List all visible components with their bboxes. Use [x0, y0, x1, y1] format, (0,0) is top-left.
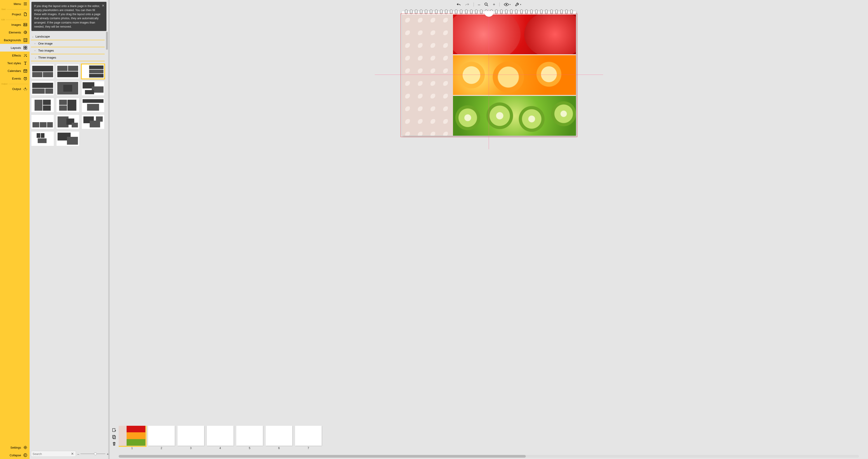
svg-rect-65: [67, 137, 78, 145]
chevron-right-icon: ›: [35, 49, 37, 52]
zoom-out-button[interactable]: –: [77, 452, 79, 456]
calendar-icon: 31: [23, 69, 27, 73]
filmstrip-page[interactable]: 7: [295, 426, 322, 450]
search-input[interactable]: [33, 452, 70, 456]
sidebar-item-collapse[interactable]: Collapse: [0, 451, 30, 459]
tools-menu[interactable]: ▾: [514, 1, 522, 8]
svg-text:31: 31: [25, 71, 26, 72]
layout-thumb[interactable]: [31, 131, 54, 146]
svg-rect-26: [32, 83, 53, 88]
svg-rect-38: [43, 99, 51, 105]
guide-vertical[interactable]: [489, 9, 489, 149]
close-icon[interactable]: ✕: [102, 3, 105, 8]
wand-icon: [23, 53, 27, 57]
layout-thumb[interactable]: [31, 81, 54, 95]
accordion-one-image[interactable]: › One image: [31, 40, 105, 47]
redo-button[interactable]: [464, 2, 470, 7]
filmstrip-pages: 1 2 3 4 5 6 7: [119, 426, 865, 451]
panel-scrollbar[interactable]: [106, 32, 108, 50]
filmstrip-page[interactable]: 4: [207, 426, 234, 450]
filmstrip-scrollbar[interactable]: [119, 455, 859, 458]
layout-thumb[interactable]: [82, 98, 104, 112]
svg-rect-43: [68, 99, 76, 111]
selection-outline: [401, 13, 577, 137]
sidebar-item-backgrounds[interactable]: Backgrounds: [0, 36, 30, 44]
chevron-down-icon: ⌄: [32, 35, 34, 38]
svg-rect-41: [59, 99, 67, 105]
sidebar-item-effects[interactable]: Effects: [0, 52, 30, 59]
sidebar-item-text-styles[interactable]: Text styles: [0, 59, 30, 67]
thumb-zoom: – +: [77, 452, 109, 456]
svg-rect-61: [41, 133, 44, 138]
svg-rect-28: [45, 88, 53, 94]
svg-point-11: [25, 447, 26, 448]
accordion-three-images[interactable]: ⌄ Three images: [31, 54, 105, 61]
sidebar-item-events[interactable]: Events: [0, 74, 30, 82]
guide-horizontal[interactable]: [375, 74, 603, 75]
svg-rect-23: [89, 70, 103, 73]
accordion-landscape[interactable]: ⌄ Landscape: [31, 33, 105, 40]
filmstrip-page[interactable]: 2: [148, 426, 175, 450]
zoom-slider[interactable]: [81, 454, 105, 454]
delete-page-button[interactable]: [112, 441, 116, 446]
filmstrip-page[interactable]: 3: [178, 426, 204, 450]
sidebar-item-output[interactable]: Output: [0, 85, 30, 93]
menu-label: Menu: [13, 2, 21, 6]
menu-button[interactable]: Menu: [0, 0, 30, 8]
canvas[interactable]: [110, 9, 868, 424]
clear-icon[interactable]: ✕: [70, 452, 74, 456]
svg-rect-58: [96, 117, 103, 122]
zoom-fit-button[interactable]: [483, 1, 490, 8]
zoom-in-button[interactable]: +: [107, 452, 109, 456]
svg-rect-70: [113, 436, 116, 439]
text-icon: [23, 61, 27, 65]
svg-rect-4: [24, 46, 25, 48]
section-output: Output: [0, 82, 30, 85]
layout-thumb[interactable]: [31, 98, 54, 112]
svg-rect-69: [113, 435, 115, 438]
undo-button[interactable]: [456, 2, 462, 7]
page-filmstrip: 1 2 3 4 5 6 7: [110, 424, 868, 455]
section-edit: Edit: [0, 18, 30, 21]
layout-thumb[interactable]: [31, 64, 54, 79]
duplicate-page-button[interactable]: [112, 435, 116, 439]
sidebar-item-layouts[interactable]: Layouts: [0, 44, 30, 52]
elements-icon: [23, 30, 27, 34]
chevron-right-icon: ›: [35, 42, 37, 45]
svg-rect-35: [85, 90, 94, 94]
layout-thumb[interactable]: [57, 98, 79, 112]
filmstrip-page[interactable]: 5: [236, 426, 263, 450]
zoom-in-button[interactable]: +: [492, 1, 496, 8]
accordion-two-images[interactable]: › Two images: [31, 47, 105, 54]
clock-icon: [23, 76, 27, 81]
add-page-button[interactable]: [112, 428, 116, 433]
filmstrip-page[interactable]: 6: [266, 426, 292, 450]
svg-rect-60: [37, 133, 40, 138]
svg-rect-54: [72, 123, 78, 127]
panel-footer: ✕ – +: [30, 450, 108, 459]
layout-thumb[interactable]: [31, 115, 54, 129]
layout-thumb[interactable]: [57, 131, 79, 146]
layout-thumb[interactable]: [57, 115, 79, 129]
view-menu[interactable]: ▾: [503, 2, 512, 7]
sidebar-item-settings[interactable]: Settings: [0, 443, 30, 451]
layout-thumb-selected[interactable]: [82, 64, 104, 79]
export-icon: [23, 87, 27, 91]
svg-rect-20: [57, 71, 78, 77]
layout-thumb[interactable]: [82, 115, 104, 129]
layout-thumb[interactable]: [57, 64, 79, 79]
zoom-out-button[interactable]: –: [477, 1, 481, 8]
image-icon: [23, 23, 27, 27]
calendar-page[interactable]: [402, 11, 576, 136]
section-start: Start: [0, 8, 30, 10]
sidebar-item-project[interactable]: Project: [0, 10, 30, 18]
layout-thumb[interactable]: [82, 81, 104, 95]
svg-rect-22: [89, 65, 103, 69]
layout-thumbnails: [31, 61, 105, 149]
sidebar-item-elements[interactable]: Elements: [0, 29, 30, 36]
sidebar-item-calendars[interactable]: Calendars 31: [0, 67, 30, 74]
layout-thumb[interactable]: [57, 81, 79, 95]
sidebar-item-images[interactable]: Images: [0, 21, 30, 29]
filmstrip-page[interactable]: 1: [119, 426, 145, 450]
svg-rect-49: [40, 122, 46, 127]
